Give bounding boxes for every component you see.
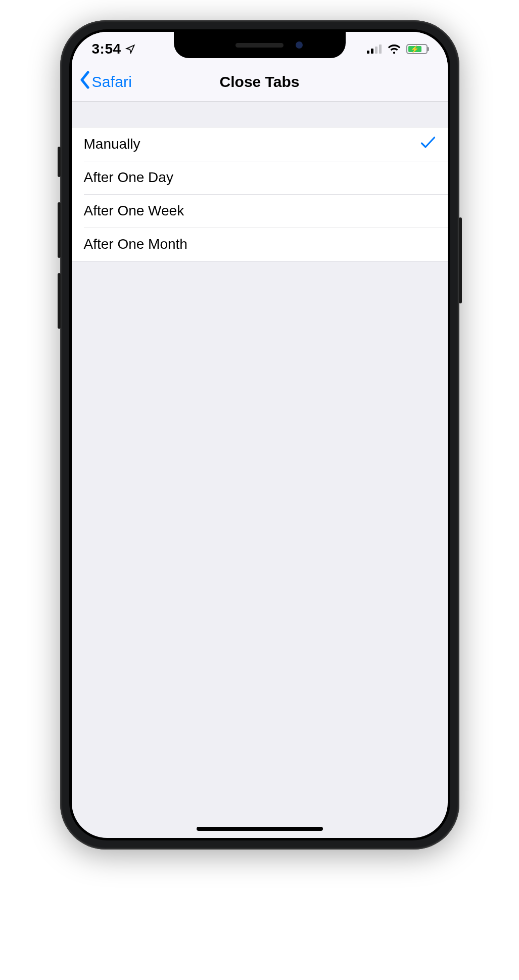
section-spacer — [72, 102, 448, 127]
front-camera — [296, 41, 303, 49]
back-label: Safari — [92, 73, 132, 91]
svg-rect-2 — [375, 47, 378, 54]
close-tabs-options: Manually After One Day After One Week — [72, 127, 448, 261]
wifi-icon — [387, 44, 401, 54]
option-label: After One Month — [84, 236, 187, 252]
option-label: After One Day — [84, 169, 173, 186]
option-label: After One Week — [84, 203, 184, 219]
volume-up-button — [58, 202, 61, 258]
option-after-one-week[interactable]: After One Week — [72, 194, 448, 228]
notch — [174, 32, 346, 58]
option-manually[interactable]: Manually — [72, 127, 448, 161]
location-icon — [125, 44, 135, 54]
battery-icon: ⚡ — [406, 44, 428, 54]
status-time: 3:54 — [92, 41, 121, 57]
svg-rect-3 — [379, 44, 382, 54]
option-after-one-month[interactable]: After One Month — [72, 228, 448, 261]
svg-rect-1 — [371, 49, 373, 54]
side-button — [459, 217, 462, 303]
svg-rect-0 — [367, 51, 369, 54]
chevron-left-icon — [79, 71, 91, 93]
page-title: Close Tabs — [220, 73, 300, 91]
volume-down-button — [58, 273, 61, 329]
cellular-icon — [367, 44, 382, 54]
back-button[interactable]: Safari — [79, 71, 132, 93]
phone-chassis: 3:54 — [60, 20, 459, 850]
checkmark-icon — [420, 136, 436, 153]
option-label: Manually — [84, 136, 140, 152]
charging-bolt-icon: ⚡ — [410, 46, 419, 53]
ringer-switch — [58, 147, 61, 177]
screen: 3:54 — [72, 32, 448, 838]
speaker-grille — [235, 43, 284, 48]
home-indicator[interactable] — [197, 827, 323, 831]
option-after-one-day[interactable]: After One Day — [72, 161, 448, 194]
nav-bar: Safari Close Tabs — [72, 62, 448, 102]
